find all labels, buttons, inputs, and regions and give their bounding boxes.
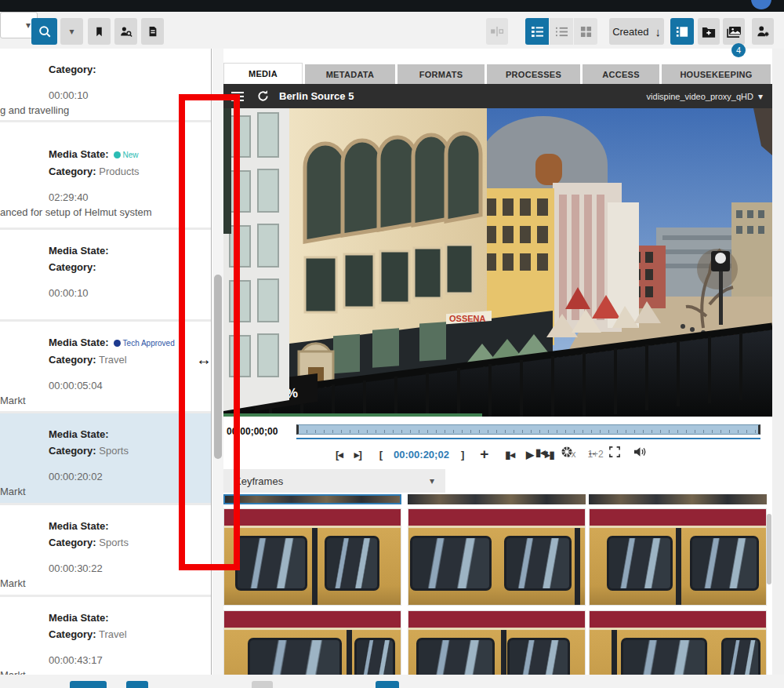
mark-out-icon[interactable]: ]	[461, 449, 463, 460]
keyframe-thumbnail[interactable]	[408, 494, 586, 504]
menu-icon[interactable]	[231, 89, 244, 104]
svg-text:OSSENA: OSSENA	[449, 314, 486, 323]
duration: 00:00:10	[0, 89, 212, 102]
asset-detail-panel: MEDIA METADATA FORMATS PROCESSES ACCESS …	[223, 49, 784, 675]
item-title: anced for setup of Helmut system	[0, 206, 212, 219]
panel-layout-icon	[676, 26, 688, 38]
bottom-button[interactable]	[376, 681, 399, 688]
add-folder-button[interactable]	[698, 18, 720, 45]
panel-right-margin	[772, 49, 784, 675]
keyframe-thumbnail[interactable]	[589, 508, 767, 606]
keyframes-dropdown-label: Keyframes	[234, 475, 283, 487]
document-search-button[interactable]	[141, 18, 164, 45]
split-view-button[interactable]	[486, 18, 508, 45]
goto-in-icon[interactable]: [◂	[336, 449, 343, 460]
tab-media[interactable]: MEDIA	[223, 63, 303, 84]
category-label: Category:	[49, 261, 96, 273]
duration: 02:29:40	[0, 191, 212, 204]
list-item[interactable]: Media State: Category: Travel 00:00:43:1…	[0, 597, 212, 675]
volume-icon[interactable]	[633, 446, 647, 457]
user-search-button[interactable]	[114, 18, 137, 45]
duration: 00:00:30:22	[0, 562, 212, 575]
category-label: Category:	[49, 445, 96, 457]
goto-out-icon[interactable]: ▸]	[354, 449, 361, 460]
grid-icon	[580, 26, 592, 38]
bookmark-icon	[94, 26, 104, 38]
panel-layout-button[interactable]	[670, 18, 694, 45]
timeline-scrubber[interactable]	[296, 424, 760, 435]
player-title: Berlin Source 5	[279, 90, 354, 102]
keyframe-thumbnail[interactable]	[589, 494, 767, 504]
media-state-label: Media State:	[49, 612, 109, 624]
category-label: Category:	[49, 628, 96, 640]
mark-in-icon[interactable]: [	[379, 449, 382, 460]
detail-tabs: MEDIA METADATA FORMATS PROCESSES ACCESS …	[223, 63, 772, 84]
list-item[interactable]: Category: 00:00:10 g and travelling	[0, 49, 212, 122]
tab-access[interactable]: ACCESS	[583, 64, 659, 84]
pan-icon[interactable]: ↔	[586, 446, 596, 458]
user-search-icon	[118, 25, 133, 38]
item-title: g and travelling	[0, 104, 212, 117]
list-item-selected[interactable]: Media State: Category: Sports 00:00:20:0…	[0, 413, 212, 505]
document-icon	[147, 25, 158, 38]
bottom-button[interactable]	[126, 681, 148, 688]
keyframes-dropdown[interactable]: Keyframes ▾	[223, 469, 445, 493]
media-state-label: Media State:	[49, 428, 109, 440]
panel-splitter[interactable]	[211, 49, 212, 675]
list-item[interactable]: Media State: Category: Sports 00:00:30:2…	[0, 505, 212, 597]
view-grid-button[interactable]	[574, 18, 597, 45]
keyframe-thumbnail[interactable]	[408, 610, 586, 675]
main-toolbar: ▾ ▾ Created ↓ 4	[0, 12, 784, 49]
jump-start-icon[interactable]: ▮◂•	[535, 446, 547, 458]
media-state-label: Media State:	[49, 520, 109, 532]
state-dot	[114, 151, 121, 158]
detail-list-icon	[531, 26, 544, 38]
list-item[interactable]: Media State: Category: 00:00:10	[0, 230, 212, 322]
tab-processes[interactable]: PROCESSES	[487, 64, 580, 84]
view-detail-list-button[interactable]	[525, 18, 549, 45]
list-item[interactable]: Media State:New Category: Products 02:29…	[0, 122, 212, 230]
timeline-progress-line	[296, 438, 760, 439]
search-button[interactable]	[31, 18, 57, 45]
keyframe-thumbnail-selected[interactable]	[223, 494, 401, 504]
search-icon	[38, 24, 52, 38]
state-value: New	[123, 151, 139, 159]
proxy-selector[interactable]: vidispine_video_proxy_qHD ▾	[647, 92, 763, 101]
tab-formats[interactable]: FORMATS	[397, 64, 485, 84]
bottom-button[interactable]	[252, 681, 273, 688]
top-bar	[0, 0, 784, 12]
item-title: Markt	[0, 668, 212, 675]
list-item[interactable]: Media State:Tech Approved Category: Trav…	[0, 322, 212, 413]
user-settings-button[interactable]	[752, 18, 774, 45]
media-state-label: Media State:	[49, 148, 109, 160]
collections-button[interactable]	[723, 18, 745, 45]
category-value: Travel	[99, 628, 127, 640]
collections-badge: 4	[731, 43, 746, 57]
state-value: Tech Approved	[123, 339, 175, 348]
video-frame[interactable]: CBS	[223, 108, 772, 417]
search-options-dropdown[interactable]: ▾	[60, 18, 83, 45]
add-marker-icon[interactable]: +	[480, 446, 488, 463]
sort-button[interactable]: Created ↓	[609, 18, 664, 45]
list-scrollbar-thumb[interactable]	[214, 275, 222, 459]
keyframe-thumbnail[interactable]	[223, 610, 401, 675]
duration: 00:00:43:17	[0, 653, 212, 667]
bottom-action-bar	[0, 675, 784, 688]
tab-metadata[interactable]: METADATA	[305, 64, 395, 84]
play-icon[interactable]: ▶	[526, 449, 533, 460]
settings-wheel-icon[interactable]	[561, 446, 573, 458]
view-list-button[interactable]	[550, 18, 573, 45]
fullscreen-icon[interactable]	[609, 446, 620, 457]
keyframes-scrollbar-thumb[interactable]	[767, 514, 771, 584]
keyframe-thumbnail[interactable]	[223, 508, 401, 606]
refresh-icon[interactable]	[256, 89, 270, 103]
tab-housekeeping[interactable]: HOUSEKEEPING	[662, 64, 771, 84]
keyframe-thumbnail[interactable]	[589, 610, 767, 675]
previous-frame-icon[interactable]: ▮◂	[505, 449, 514, 460]
bottom-button[interactable]	[70, 681, 107, 688]
keyframe-thumbnail[interactable]	[408, 508, 586, 606]
category-label: Category:	[49, 537, 96, 548]
transport-controls: [◂ ▸] [ 00:00:20;02 ] + ▮◂ ▶ ▸▮ 0x 1+2 ▮…	[223, 443, 772, 464]
duration: 00:00:20:02	[0, 470, 212, 483]
saved-searches-button[interactable]	[88, 18, 111, 45]
